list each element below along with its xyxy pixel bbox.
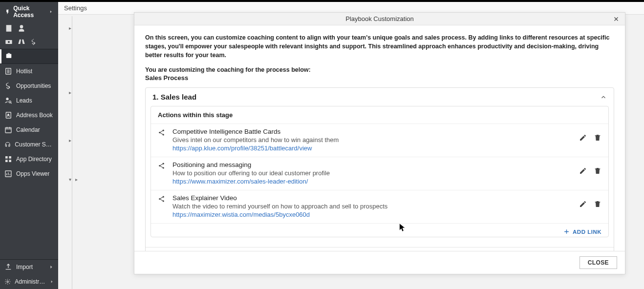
- action-row: Positioning and messaging How to positio…: [151, 157, 608, 190]
- sidebar-item-label: Leads: [16, 97, 32, 104]
- edit-icon[interactable]: [579, 167, 587, 175]
- modal-title: Playbook Customization: [345, 15, 413, 22]
- sidebar-item-leads[interactable]: Leads: [0, 93, 58, 108]
- sidebar-item-label: Hotlist: [16, 68, 32, 75]
- quick-access-label: Quick Access: [13, 5, 46, 19]
- edit-icon[interactable]: [579, 200, 587, 208]
- action-buttons: [579, 128, 601, 142]
- modal-close-button[interactable]: [611, 14, 621, 24]
- sidebar-item-addressbook[interactable]: Address Book: [0, 108, 58, 123]
- chevron-right-icon: [49, 9, 53, 14]
- add-link-row: ADD LINK: [151, 223, 608, 237]
- delete-icon[interactable]: [594, 167, 601, 175]
- sidebar-item-label: Administration: [15, 278, 45, 285]
- action-desc: How to position our offering to our idea…: [172, 169, 573, 177]
- svg-point-1: [8, 41, 10, 43]
- action-content: Sales Explainer Video Watch the video to…: [172, 194, 573, 218]
- plus-icon: [563, 228, 570, 235]
- share-icon: [158, 128, 167, 138]
- headset-icon: [4, 141, 11, 148]
- tree-chevron-icon[interactable]: ▸: [69, 138, 71, 143]
- svg-rect-7: [5, 127, 11, 133]
- share-icon: [158, 194, 167, 204]
- person-icon[interactable]: [18, 24, 25, 32]
- left-sidebar: Quick Access Hotlist Opportunities Leads: [0, 2, 58, 289]
- modal-body: On this screen, you can customize coachi…: [134, 25, 625, 251]
- chevron-right-icon: [50, 279, 54, 284]
- tree-chevron-icon[interactable]: ▸: [75, 177, 78, 182]
- addressbook-icon: [4, 111, 12, 119]
- modal-subintro-text: You are customizing the coaching for the…: [145, 66, 614, 73]
- delete-icon[interactable]: [594, 134, 601, 142]
- briefcase-active[interactable]: [0, 49, 58, 64]
- person-search-icon: [4, 97, 12, 104]
- building-icon[interactable]: [5, 24, 13, 32]
- sidebar-item-label: Opps Viewer: [16, 170, 49, 177]
- sidebar-item-oppsviewer[interactable]: Opps Viewer: [0, 166, 58, 181]
- svg-point-3: [6, 98, 8, 100]
- icon-row-1: [0, 21, 58, 35]
- briefcase-icon: [5, 52, 13, 59]
- action-title: Sales Explainer Video: [172, 194, 573, 202]
- dollar-sign-icon: [4, 82, 12, 90]
- modal-header: Playbook Customization: [134, 13, 625, 25]
- edit-icon[interactable]: [579, 134, 587, 142]
- action-link[interactable]: https://app.klue.com/profile/38251/battl…: [172, 144, 312, 152]
- action-desc: Gives intel on our competitors and how t…: [172, 136, 573, 144]
- upload-icon: [4, 263, 12, 271]
- action-row: Competitive Intelligence Battle Cards Gi…: [151, 124, 608, 157]
- add-link-button[interactable]: ADD LINK: [563, 228, 601, 235]
- stage-header-2[interactable]: 2. Qualified: [146, 247, 614, 251]
- action-desc: Watch the video to remind yourself on ho…: [172, 203, 573, 210]
- list-icon: [4, 67, 12, 75]
- stage-header-1[interactable]: 1. Sales lead: [146, 88, 614, 106]
- delete-icon[interactable]: [594, 200, 601, 208]
- calendar-icon: [4, 126, 12, 134]
- binoculars-icon[interactable]: [18, 38, 25, 46]
- process-name: Sales Process: [145, 74, 614, 82]
- stage-body: Actions within this stage Competitive In…: [146, 106, 614, 247]
- quick-access-button[interactable]: Quick Access: [0, 2, 58, 21]
- sidebar-item-hotlist[interactable]: Hotlist: [0, 64, 58, 79]
- action-link[interactable]: https://www.maximizer.com/sales-leader-e…: [172, 178, 308, 185]
- sidebar-item-label: App Directory: [16, 156, 52, 163]
- sidebar-item-label: Customer Service: [15, 141, 54, 148]
- grid-icon: [4, 155, 12, 163]
- action-buttons: [579, 161, 601, 175]
- actions-title: Actions within this stage: [151, 106, 608, 124]
- chevron-up-icon: [600, 94, 607, 101]
- sidebar-item-opportunities[interactable]: Opportunities: [0, 79, 58, 93]
- svg-rect-8: [5, 156, 8, 159]
- settings-title: Settings: [64, 4, 87, 12]
- sidebar-item-calendar[interactable]: Calendar: [0, 123, 58, 137]
- stage-panel: 1. Sales lead Actions within this stage: [145, 87, 614, 251]
- dollar-icon[interactable]: [30, 39, 37, 45]
- tree-chevron-icon[interactable]: ▸: [69, 25, 71, 31]
- action-title: Positioning and messaging: [172, 161, 573, 168]
- svg-rect-11: [9, 160, 11, 162]
- sidebar-item-label: Calendar: [16, 126, 40, 133]
- close-icon: [613, 16, 619, 22]
- svg-point-4: [9, 101, 11, 103]
- action-link[interactable]: https://maximizer.wistia.com/medias/5byc…: [172, 211, 310, 218]
- chart-icon: [4, 170, 12, 178]
- tree-chevron-icon[interactable]: ▸: [69, 90, 71, 95]
- close-button[interactable]: CLOSE: [580, 256, 617, 269]
- sidebar-item-customerservice[interactable]: Customer Service: [0, 137, 58, 152]
- cash-icon[interactable]: [5, 38, 13, 46]
- actions-box: Actions within this stage Competitive In…: [150, 106, 609, 237]
- action-buttons: [579, 194, 601, 208]
- modal-footer: CLOSE: [134, 251, 625, 274]
- action-title: Competitive Intelligence Battle Cards: [172, 128, 573, 135]
- sidebar-item-appdirectory[interactable]: App Directory: [0, 152, 58, 166]
- main-area: Settings ▸ ▸ ▸ ▾ ▸ Playbook Customizatio…: [58, 2, 644, 289]
- action-content: Positioning and messaging How to positio…: [172, 161, 573, 185]
- sidebar-item-import[interactable]: Import: [0, 259, 58, 274]
- icon-row-2: [0, 35, 58, 49]
- tree-chevron-icon[interactable]: ▾: [69, 177, 71, 182]
- divider: [72, 16, 72, 289]
- sidebar-item-administration[interactable]: Administration: [0, 274, 58, 289]
- sidebar-item-label: Address Book: [16, 112, 53, 119]
- gear-icon: [4, 278, 11, 286]
- svg-point-13: [7, 281, 8, 282]
